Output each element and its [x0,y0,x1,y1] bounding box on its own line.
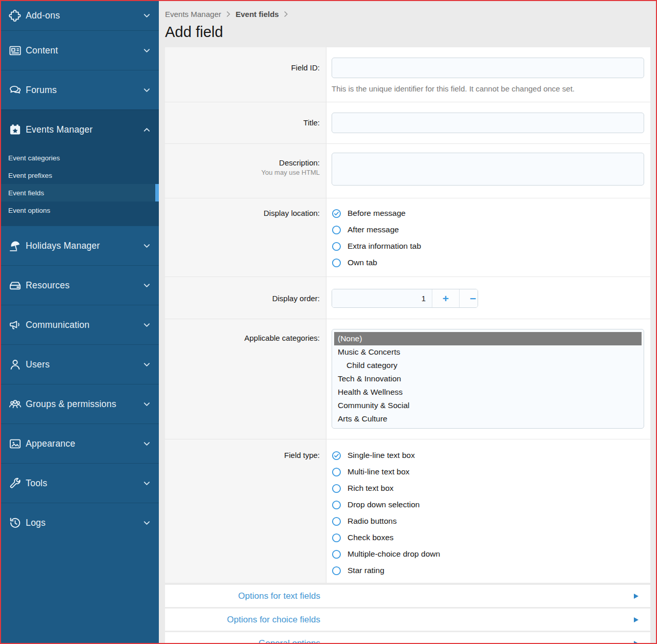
sidebar-item-label: Events Manager [26,124,143,135]
chevron-down-icon [143,12,151,20]
chevron-down-icon [143,440,151,448]
sidebar-group-events-manager: Events Manager Event categories Event pr… [1,109,159,226]
sidebar-item-appearance[interactable]: Appearance [1,424,159,463]
chevron-down-icon [143,400,151,408]
select-option-child-category[interactable]: Child category [334,359,642,372]
sidebar-item-content[interactable]: Content [1,30,159,70]
radio-label: Rich text box [348,484,394,493]
sidebar-item-forums[interactable]: Forums [1,70,159,109]
breadcrumb-link-events-manager[interactable]: Events Manager [165,10,221,19]
decrement-button[interactable]: − [459,289,478,307]
display-order-input[interactable] [332,289,432,307]
radio-icon [332,500,341,510]
chevron-right-icon [284,11,288,17]
radio-label: Single-line text box [348,451,415,460]
radio-label: Check boxes [348,533,394,542]
arrow-right-icon [634,617,638,622]
radio-drop-down-selection[interactable]: Drop down selection [332,496,644,513]
description-hint: You may use HTML [165,169,320,176]
sidebar-item-holidays-manager[interactable]: Holidays Manager [1,226,159,265]
radio-icon [332,467,341,477]
chevron-down-icon [143,47,151,54]
breadcrumb-link-event-fields[interactable]: Event fields [235,10,279,19]
sidebar-item-communication[interactable]: Communication [1,305,159,344]
form-row-description: Description: You may use HTML [165,144,650,198]
radio-icon [332,566,341,576]
radio-icon [332,225,341,235]
chevron-down-icon [143,282,151,289]
radio-label: Extra information tab [348,242,421,251]
radio-label: After message [348,225,399,234]
radio-checked-icon [332,209,341,218]
sidebar-item-label: Appearance [26,438,143,449]
sidebar-subitem-event-options[interactable]: Event options [1,201,159,219]
radio-label: Multiple-choice drop down [348,549,440,559]
radio-own-tab[interactable]: Own tab [332,254,644,271]
title-label: Title: [165,102,326,143]
sidebar-item-add-ons[interactable]: Add-ons [1,1,159,30]
field-id-input[interactable] [332,58,644,78]
sidebar: Add-ons Content Forums Events Manager [1,1,159,643]
increment-button[interactable]: + [432,289,459,307]
sidebar-item-groups-permissions[interactable]: Groups & permissions [1,384,159,424]
select-option-none[interactable]: (None) [334,332,642,345]
sidebar-item-users[interactable]: Users [1,344,159,384]
form-row-display-order: Display order: + − [165,277,650,319]
sidebar-item-label: Content [26,45,143,56]
sidebar-item-label: Holidays Manager [26,241,143,251]
select-option-music-concerts[interactable]: Music & Concerts [334,345,642,359]
select-option-health-wellness[interactable]: Health & Wellness [334,385,642,399]
section-toggle-general-options[interactable]: General options [165,632,650,643]
radio-rich-text-box[interactable]: Rich text box [332,480,644,496]
radio-icon [332,517,341,526]
radio-label: Before message [348,209,406,218]
radio-icon [332,242,341,251]
chevron-down-icon [143,361,151,369]
sidebar-item-resources[interactable]: Resources [1,265,159,305]
sidebar-item-label: Groups & permissions [26,399,143,410]
radio-after-message[interactable]: After message [332,222,644,238]
radio-extra-information-tab[interactable]: Extra information tab [332,238,644,254]
radio-check-boxes[interactable]: Check boxes [332,529,644,546]
select-option-community-social[interactable]: Community & Social [334,399,642,412]
section-title: Options for choice fields [165,615,320,625]
beach-umbrella-icon [8,239,26,253]
sidebar-subitem-event-categories[interactable]: Event categories [1,149,159,167]
arrow-right-icon [634,641,638,643]
select-option-arts-culture[interactable]: Arts & Culture [334,412,642,426]
section-toggle-options-for-text-fields[interactable]: Options for text fields [165,585,650,607]
radio-icon [332,258,341,268]
radio-multiple-choice-drop-down[interactable]: Multiple-choice drop down [332,546,644,562]
subnav-label: Event options [8,207,50,214]
radio-before-message[interactable]: Before message [332,205,644,222]
display-order-stepper: + − [332,289,478,308]
radio-single-line-text-box[interactable]: Single-line text box [332,447,644,464]
chevron-down-icon [143,321,151,329]
section-toggle-options-for-choice-fields[interactable]: Options for choice fields [165,609,650,631]
form-row-display-location: Display location: Before message After m… [165,198,650,277]
sidebar-item-label: Forums [26,85,143,96]
section-title: Options for text fields [165,591,320,601]
newspaper-icon [8,44,26,58]
radio-star-rating[interactable]: Star rating [332,562,644,579]
sidebar-subitem-event-prefixes[interactable]: Event prefixes [1,167,159,184]
description-textarea[interactable] [332,153,644,186]
sidebar-item-tools[interactable]: Tools [1,463,159,503]
puzzle-icon [8,9,26,23]
sidebar-subitem-event-fields[interactable]: Event fields [1,184,159,201]
subnav-label: Event prefixes [8,172,52,179]
radio-radio-buttons[interactable]: Radio buttons [332,513,644,529]
radio-label: Star rating [348,566,385,575]
subnav-label: Event categories [8,154,60,162]
title-input[interactable] [332,113,644,133]
form-row-field-type: Field type: Single-line text box Multi-l… [165,439,650,583]
image-icon [8,437,26,451]
radio-label: Drop down selection [348,500,419,509]
sidebar-item-events-manager[interactable]: Events Manager [1,110,159,149]
sidebar-item-logs[interactable]: Logs [1,503,159,542]
megaphone-icon [8,318,26,332]
chevron-right-icon [226,11,230,17]
radio-multi-line-text-box[interactable]: Multi-line text box [332,464,644,480]
select-option-tech-innovation[interactable]: Tech & Innovation [334,372,642,385]
main-content: Events Manager Event fields Add field Fi… [159,1,656,643]
